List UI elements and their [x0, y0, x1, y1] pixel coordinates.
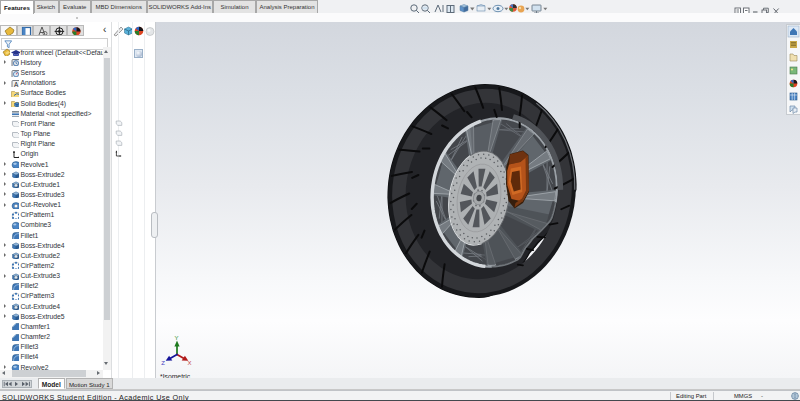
svg-text:Y: Y	[175, 335, 179, 341]
svg-text:Z: Z	[161, 360, 165, 366]
svg-text:X: X	[188, 360, 192, 366]
